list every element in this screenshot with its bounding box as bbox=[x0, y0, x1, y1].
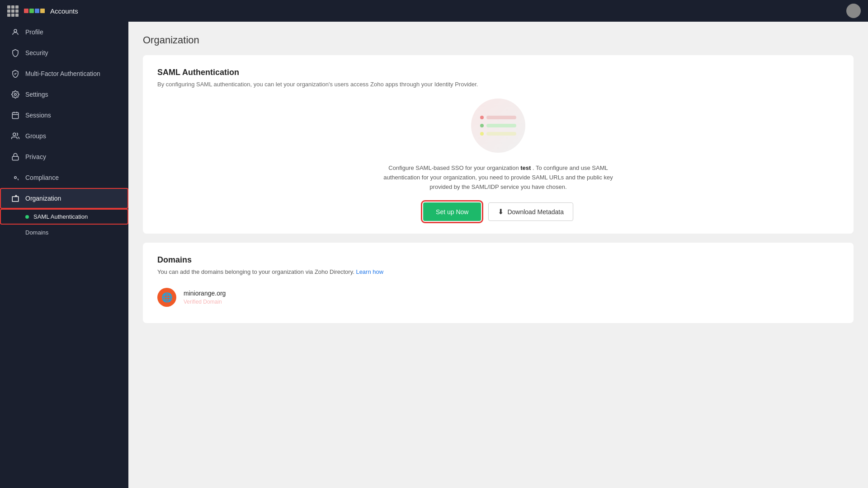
sidebar-label-organization: Organization bbox=[25, 195, 61, 202]
sidebar-item-profile[interactable]: Profile bbox=[0, 22, 128, 42]
svg-point-0 bbox=[14, 29, 17, 32]
saml-illustration bbox=[157, 99, 839, 153]
sidebar-label-domains: Domains bbox=[25, 229, 48, 236]
saml-card-title: SAML Authentication bbox=[157, 68, 839, 77]
sidebar-item-groups[interactable]: Groups bbox=[0, 126, 128, 146]
sidebar-subitem-domains[interactable]: Domains bbox=[0, 225, 128, 240]
zoho-logo bbox=[24, 9, 45, 13]
sidebar-item-compliance[interactable]: Compliance bbox=[0, 167, 128, 188]
svg-point-8 bbox=[14, 177, 17, 179]
saml-org-name: test bbox=[520, 164, 531, 171]
shield-check-icon bbox=[11, 69, 20, 78]
svg-point-6 bbox=[13, 133, 16, 136]
user-avatar[interactable] bbox=[846, 4, 861, 18]
svg-point-1 bbox=[14, 94, 17, 96]
saml-card-description: By configuring SAML authentication, you … bbox=[157, 81, 839, 88]
people-icon bbox=[11, 131, 20, 141]
sidebar-label-groups: Groups bbox=[25, 132, 46, 140]
sidebar-label-compliance: Compliance bbox=[25, 174, 59, 181]
sidebar-label-sessions: Sessions bbox=[25, 112, 51, 119]
download-icon: ⬇ bbox=[498, 207, 504, 216]
person-icon bbox=[11, 28, 20, 37]
saml-body-text: Configure SAML-based SSO for your organi… bbox=[376, 164, 620, 192]
illust-line-3 bbox=[480, 132, 516, 136]
apps-grid-icon[interactable] bbox=[7, 5, 19, 17]
setup-now-button[interactable]: Set up Now bbox=[423, 202, 481, 221]
learn-how-link[interactable]: Learn how bbox=[356, 268, 383, 275]
sidebar-item-organization[interactable]: Organization bbox=[0, 188, 128, 209]
gear-icon bbox=[11, 90, 20, 99]
download-btn-label: Download Metadata bbox=[507, 208, 564, 216]
domains-card-description: You can add the domains belonging to you… bbox=[157, 268, 839, 275]
domains-card-title: Domains bbox=[157, 255, 839, 265]
sidebar-label-profile: Profile bbox=[25, 28, 43, 36]
domain-info: miniorange.org Verified Domain bbox=[184, 290, 226, 305]
domain-name: miniorange.org bbox=[184, 290, 226, 297]
sidebar-label-security: Security bbox=[25, 49, 48, 56]
saml-desc-prefix: Configure SAML-based SSO for your organi… bbox=[388, 164, 519, 171]
saml-button-group: Set up Now ⬇ Download Metadata bbox=[157, 202, 839, 221]
svg-rect-2 bbox=[12, 113, 19, 119]
building-icon bbox=[11, 194, 20, 203]
domain-verified-status: Verified Domain bbox=[184, 299, 226, 305]
globe-icon: 🌐 bbox=[161, 292, 173, 303]
domain-list-item: 🌐 miniorange.org Verified Domain bbox=[157, 284, 839, 310]
domains-card: Domains You can add the domains belongin… bbox=[143, 243, 854, 323]
main-content: Organization SAML Authentication By conf… bbox=[128, 0, 868, 488]
sidebar-item-security[interactable]: Security bbox=[0, 42, 128, 63]
lock-icon bbox=[11, 152, 20, 161]
page-title: Organization bbox=[143, 34, 854, 46]
app-title: Accounts bbox=[50, 7, 78, 15]
illust-line-2 bbox=[480, 124, 516, 127]
topbar-left: Accounts bbox=[7, 5, 78, 17]
sidebar-item-privacy[interactable]: Privacy bbox=[0, 146, 128, 167]
sidebar-label-settings: Settings bbox=[25, 91, 48, 98]
sidebar-item-settings[interactable]: Settings bbox=[0, 84, 128, 105]
sidebar-item-mfa[interactable]: Multi-Factor Authentication bbox=[0, 63, 128, 84]
illust-line-1 bbox=[480, 116, 516, 119]
saml-card: SAML Authentication By configuring SAML … bbox=[143, 55, 854, 234]
sessions-icon bbox=[11, 111, 20, 120]
sidebar: Profile Security Multi-Factor Authentica… bbox=[0, 0, 128, 488]
download-metadata-button[interactable]: ⬇ Download Metadata bbox=[488, 202, 573, 221]
sidebar-label-saml: SAML Authentication bbox=[33, 213, 88, 220]
sidebar-label-mfa: Multi-Factor Authentication bbox=[25, 70, 100, 77]
svg-rect-7 bbox=[12, 156, 19, 160]
domains-desc-text: You can add the domains belonging to you… bbox=[157, 268, 354, 275]
topbar: Accounts bbox=[0, 0, 868, 22]
saml-active-dot bbox=[25, 215, 29, 219]
sidebar-item-sessions[interactable]: Sessions bbox=[0, 105, 128, 126]
shield-icon bbox=[11, 48, 20, 57]
sidebar-subitem-saml[interactable]: SAML Authentication bbox=[0, 209, 128, 225]
svg-rect-9 bbox=[12, 197, 19, 202]
compliance-icon bbox=[11, 173, 20, 182]
saml-illustration-circle bbox=[471, 99, 525, 153]
sidebar-label-privacy: Privacy bbox=[25, 153, 46, 160]
content-area: Organization SAML Authentication By conf… bbox=[128, 22, 868, 345]
domain-avatar: 🌐 bbox=[157, 288, 176, 307]
